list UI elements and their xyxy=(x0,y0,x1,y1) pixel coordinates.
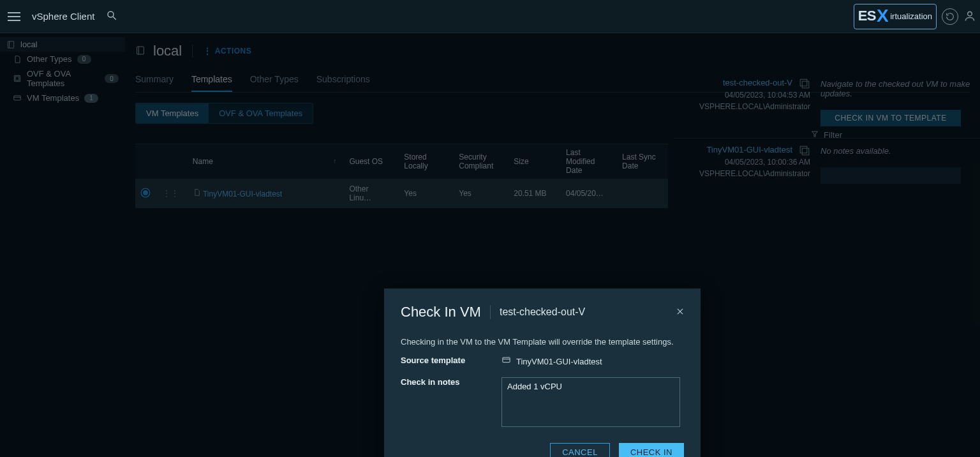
modal-header: Check In VM test-checked-out-V xyxy=(401,304,684,320)
check-in-button[interactable]: CHECK IN xyxy=(619,443,684,457)
separator xyxy=(490,305,491,319)
template-icon xyxy=(501,356,511,367)
source-template-value: TinyVM01-GUI-vladtest xyxy=(501,356,602,367)
search-icon[interactable] xyxy=(106,10,117,23)
check-in-notes-input[interactable] xyxy=(501,377,680,427)
hamburger-icon[interactable] xyxy=(8,12,20,21)
source-template-row: Source template TinyVM01-GUI-vladtest xyxy=(401,356,684,367)
modal-actions: CANCEL CHECK IN xyxy=(401,443,684,457)
main-area: local Other Types 0 OVF & OVA Templates … xyxy=(0,33,980,457)
svg-rect-18 xyxy=(503,357,510,363)
source-template-label: Source template xyxy=(401,356,490,367)
topbar-right: ESXirtualization xyxy=(854,4,976,29)
modal-title: Check In VM xyxy=(401,304,481,320)
notes-label: Check in notes xyxy=(401,377,490,429)
check-in-vm-modal: Check In VM test-checked-out-V Checking … xyxy=(384,288,701,457)
watermark-prefix: ES xyxy=(858,8,876,24)
cancel-button[interactable]: CANCEL xyxy=(550,443,610,457)
svg-point-0 xyxy=(108,11,114,17)
refresh-icon[interactable] xyxy=(942,8,958,25)
modal-description: Checking in the VM to the VM Template wi… xyxy=(401,337,684,347)
user-icon[interactable] xyxy=(963,10,976,24)
app-title: vSphere Client xyxy=(32,11,94,22)
topbar: vSphere Client ESXirtualization xyxy=(0,0,980,33)
watermark-x: X xyxy=(877,6,888,26)
svg-point-2 xyxy=(968,11,972,16)
watermark-suffix: irtualization xyxy=(890,11,932,21)
watermark-logo: ESXirtualization xyxy=(854,4,937,29)
source-template-name: TinyVM01-GUI-vladtest xyxy=(516,357,602,366)
notes-field-wrap xyxy=(501,377,680,429)
notes-row: Check in notes xyxy=(401,377,684,429)
close-icon[interactable] xyxy=(674,305,687,318)
modal-subtitle: test-checked-out-V xyxy=(500,306,585,318)
svg-line-1 xyxy=(114,17,117,20)
